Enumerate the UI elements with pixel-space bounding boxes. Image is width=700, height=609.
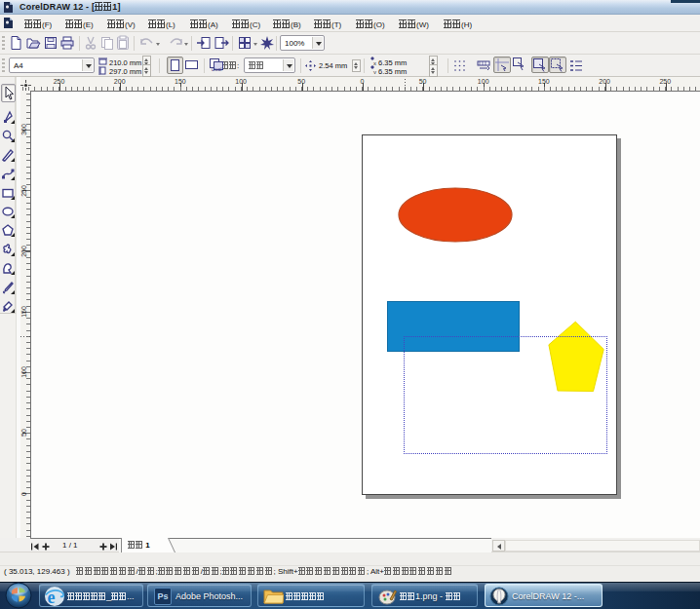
svg-text:Dual: Dual <box>212 66 221 72</box>
svg-text:y: y <box>373 69 376 74</box>
